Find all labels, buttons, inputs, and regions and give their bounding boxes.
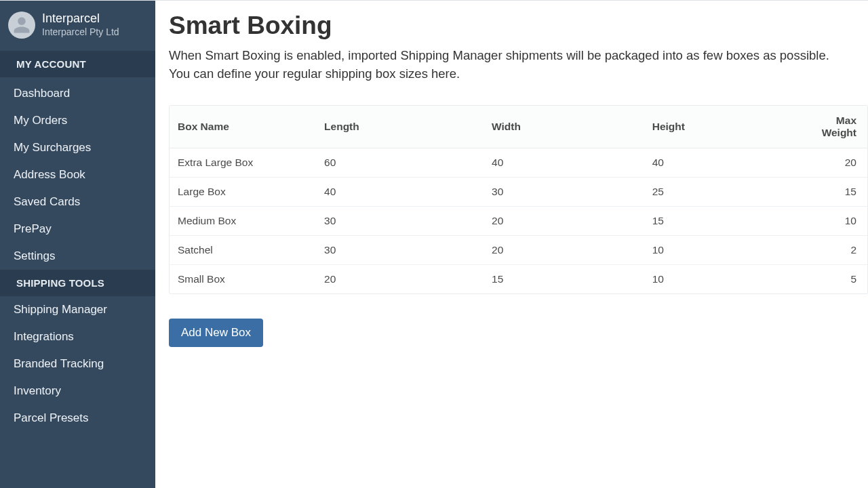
profile-text: Interparcel Interparcel Pty Ltd <box>42 12 119 38</box>
table-header-row: Box Name Length Width Height Max Weight <box>170 106 867 148</box>
cell-length: 20 <box>316 264 484 293</box>
page-title: Smart Boxing <box>169 12 868 40</box>
cell-width: 30 <box>484 177 644 206</box>
cell-width: 20 <box>484 235 644 264</box>
cell-box-name: Satchel <box>170 235 316 264</box>
sidebar-section-shipping-tools: SHIPPING TOOLS <box>0 270 155 296</box>
cell-max-weight: 20 <box>797 148 867 177</box>
box-table: Box Name Length Width Height Max Weight … <box>169 105 868 294</box>
col-max-weight: Max Weight <box>797 106 867 148</box>
table-row[interactable]: Small Box2015105 <box>170 264 867 293</box>
sidebar-item-shipping-manager[interactable]: Shipping Manager <box>0 296 155 323</box>
cell-max-weight: 15 <box>797 177 867 206</box>
avatar <box>8 12 35 39</box>
sidebar-item-inventory[interactable]: Inventory <box>0 378 155 405</box>
desc-line-1: When Smart Boxing is enabled, imported S… <box>169 48 829 62</box>
table-row[interactable]: Large Box40302515 <box>170 177 867 206</box>
cell-height: 40 <box>644 148 797 177</box>
cell-height: 15 <box>644 206 797 235</box>
sidebar: Interparcel Interparcel Pty Ltd MY ACCOU… <box>0 1 155 488</box>
table-row[interactable]: Medium Box30201510 <box>170 206 867 235</box>
main-content: Smart Boxing When Smart Boxing is enable… <box>155 1 868 488</box>
sidebar-item-prepay[interactable]: PrePay <box>0 216 155 243</box>
cell-width: 15 <box>484 264 644 293</box>
col-width: Width <box>484 106 644 148</box>
cell-box-name: Extra Large Box <box>170 148 316 177</box>
cell-box-name: Medium Box <box>170 206 316 235</box>
cell-length: 60 <box>316 148 484 177</box>
cell-height: 10 <box>644 235 797 264</box>
cell-length: 30 <box>316 235 484 264</box>
sidebar-item-my-orders[interactable]: My Orders <box>0 107 155 134</box>
sidebar-item-branded-tracking[interactable]: Branded Tracking <box>0 350 155 378</box>
sidebar-item-my-surcharges[interactable]: My Surcharges <box>0 134 155 161</box>
profile-name: Interparcel <box>42 12 119 26</box>
cell-box-name: Small Box <box>170 264 316 293</box>
cell-max-weight: 2 <box>797 235 867 264</box>
add-new-box-button[interactable]: Add New Box <box>169 319 263 347</box>
cell-width: 40 <box>484 148 644 177</box>
desc-line-2: You can define your regular shipping box… <box>169 66 460 81</box>
sidebar-item-parcel-presets[interactable]: Parcel Presets <box>0 405 155 432</box>
sidebar-item-integrations[interactable]: Integrations <box>0 323 155 350</box>
table-row[interactable]: Extra Large Box60404020 <box>170 148 867 177</box>
page-description: When Smart Boxing is enabled, imported S… <box>169 47 868 83</box>
table-row[interactable]: Satchel3020102 <box>170 235 867 264</box>
profile-block: Interparcel Interparcel Pty Ltd <box>0 1 155 51</box>
sidebar-item-dashboard[interactable]: Dashboard <box>0 80 155 107</box>
cell-height: 10 <box>644 264 797 293</box>
cell-length: 40 <box>316 177 484 206</box>
cell-length: 30 <box>316 206 484 235</box>
cell-max-weight: 5 <box>797 264 867 293</box>
cell-width: 20 <box>484 206 644 235</box>
col-box-name: Box Name <box>170 106 316 148</box>
cell-height: 25 <box>644 177 797 206</box>
cell-box-name: Large Box <box>170 177 316 206</box>
profile-company: Interparcel Pty Ltd <box>42 26 119 39</box>
col-length: Length <box>316 106 484 148</box>
cell-max-weight: 10 <box>797 206 867 235</box>
user-icon <box>12 16 31 35</box>
sidebar-item-settings[interactable]: Settings <box>0 243 155 270</box>
sidebar-item-address-book[interactable]: Address Book <box>0 161 155 188</box>
sidebar-item-saved-cards[interactable]: Saved Cards <box>0 188 155 216</box>
col-height: Height <box>644 106 797 148</box>
sidebar-section-my-account: MY ACCOUNT <box>0 51 155 77</box>
